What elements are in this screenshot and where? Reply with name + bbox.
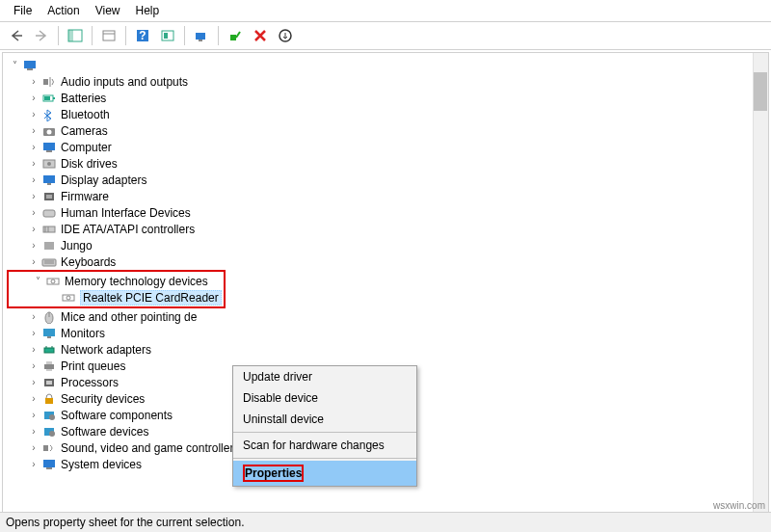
expander-icon[interactable]: ˅ [32, 276, 43, 286]
expander-icon[interactable]: › [28, 76, 40, 87]
menu-item-uninstall-device[interactable]: Uninstall device [233, 409, 416, 430]
bluetooth-icon [41, 108, 57, 121]
device-label[interactable]: Realtek PCIE CardReader [80, 290, 222, 306]
tree-category[interactable]: ›Disk drives [7, 155, 768, 172]
tree-category[interactable]: ›Display adapters [7, 172, 768, 188]
expander-icon[interactable]: › [28, 459, 40, 469]
expander-icon[interactable]: › [28, 442, 40, 453]
expander-icon[interactable]: › [28, 158, 40, 169]
category-label[interactable]: Keyboards [61, 255, 116, 269]
tree-category[interactable]: ›Monitors [7, 325, 768, 341]
expander-icon[interactable]: › [28, 393, 40, 404]
tree-panel: ˅›Audio inputs and outputs›Batteries›Blu… [2, 52, 769, 524]
expander-icon[interactable]: › [28, 174, 40, 185]
expander-icon[interactable]: › [28, 377, 40, 387]
forward-button[interactable] [31, 25, 52, 46]
menu-item-update-driver[interactable]: Update driver [233, 366, 416, 387]
category-label[interactable]: Jungo [61, 239, 93, 253]
tree-category[interactable]: ›Network adapters [7, 341, 768, 358]
expander-icon[interactable]: › [28, 142, 40, 152]
back-button[interactable] [6, 25, 27, 46]
scrollbar[interactable] [753, 53, 768, 523]
expander-icon[interactable]: › [28, 240, 40, 251]
expander-icon[interactable]: › [28, 224, 40, 234]
expander-icon[interactable]: › [28, 256, 40, 267]
uninstall-button[interactable] [275, 25, 296, 46]
properties-button[interactable] [98, 25, 120, 46]
menu-view[interactable]: View [88, 2, 128, 19]
menu-item-disable-device[interactable]: Disable device [233, 387, 416, 409]
category-label[interactable]: Batteries [61, 92, 106, 105]
svg-rect-48 [46, 361, 52, 364]
category-label[interactable]: Monitors [61, 327, 105, 340]
expander-icon[interactable]: › [28, 426, 40, 437]
scrollbar-thumb[interactable] [754, 72, 767, 111]
tree-category[interactable]: ›Bluetooth [7, 106, 768, 122]
disable-device-button[interactable] [250, 25, 271, 46]
scan-hardware-button[interactable] [191, 25, 212, 46]
menu-file[interactable]: File [6, 2, 40, 19]
tree-category[interactable]: ›Batteries [7, 90, 768, 106]
menu-action[interactable]: Action [40, 2, 87, 19]
category-label[interactable]: Software components [61, 409, 173, 422]
category-label[interactable]: Human Interface Devices [61, 206, 191, 220]
expander-icon[interactable]: › [28, 125, 40, 136]
expander-icon[interactable]: › [28, 360, 40, 371]
tree-category[interactable]: ›Keyboards [7, 253, 768, 270]
tree-category[interactable]: ›IDE ATA/ATAPI controllers [7, 221, 768, 237]
category-label[interactable]: Security devices [61, 392, 145, 406]
tree-category[interactable]: ›Mice and other pointing de [7, 308, 768, 325]
show-hide-tree-button[interactable] [65, 25, 86, 46]
swdev-icon [41, 425, 57, 439]
svg-rect-44 [44, 348, 54, 353]
category-label[interactable]: Mice and other pointing de [61, 310, 197, 324]
category-label[interactable]: Processors [61, 376, 119, 389]
category-label[interactable]: IDE ATA/ATAPI controllers [61, 223, 195, 236]
category-label[interactable]: System devices [61, 458, 142, 471]
category-label[interactable]: Firmware [61, 190, 109, 203]
system-icon [41, 458, 57, 471]
category-label[interactable]: Print queues [61, 359, 125, 373]
category-label[interactable]: Software devices [61, 425, 148, 439]
tree-category[interactable]: ›Firmware [7, 188, 768, 204]
category-label[interactable]: Audio inputs and outputs [61, 75, 188, 89]
category-label[interactable]: Memory technology devices [65, 275, 208, 288]
svg-rect-10 [230, 35, 236, 40]
tree-category[interactable]: ›Computer [7, 139, 768, 155]
firmware-icon [41, 190, 57, 203]
tree-category[interactable]: ›Cameras [7, 122, 768, 139]
category-label[interactable]: Disk drives [61, 157, 118, 171]
category-label[interactable]: Computer [61, 141, 112, 154]
expander-icon[interactable]: › [28, 328, 40, 338]
category-label[interactable]: Bluetooth [61, 108, 110, 121]
category-label[interactable]: Network adapters [61, 343, 151, 357]
category-label[interactable]: Cameras [61, 124, 108, 138]
menu-help[interactable]: Help [128, 2, 168, 19]
svg-rect-9 [199, 40, 202, 41]
svg-rect-32 [44, 242, 54, 250]
tree-root[interactable]: ˅ [7, 57, 768, 73]
menu-item-scan-for-hardware-changes[interactable]: Scan for hardware changes [233, 435, 416, 456]
expander-icon[interactable]: › [28, 311, 40, 322]
expander-icon[interactable]: › [28, 109, 40, 120]
tree-category[interactable]: ˅Memory technology devices [11, 273, 222, 289]
category-label[interactable]: Display adapters [61, 173, 146, 187]
tree-device[interactable]: Realtek PCIE CardReader [11, 289, 222, 306]
action-button[interactable] [157, 25, 178, 46]
tree-category[interactable]: ›Human Interface Devices [7, 204, 768, 221]
category-label[interactable]: Sound, video and game controllers [61, 441, 239, 455]
tree-category[interactable]: ›Audio inputs and outputs [7, 73, 768, 90]
battery-icon [41, 92, 57, 105]
computer-icon [41, 141, 57, 154]
expander-icon[interactable]: › [28, 207, 40, 218]
enable-device-button[interactable] [225, 25, 246, 46]
help-button[interactable]: ? [132, 25, 153, 46]
expander-icon[interactable]: › [28, 344, 40, 355]
tree-category[interactable]: ›Jungo [7, 237, 768, 253]
jungo-icon [41, 239, 57, 253]
expander-icon[interactable]: ˅ [9, 60, 20, 70]
menu-item-properties[interactable]: Properties [233, 461, 416, 486]
expander-icon[interactable]: › [28, 191, 40, 201]
expander-icon[interactable]: › [28, 93, 40, 103]
expander-icon[interactable]: › [28, 410, 40, 420]
